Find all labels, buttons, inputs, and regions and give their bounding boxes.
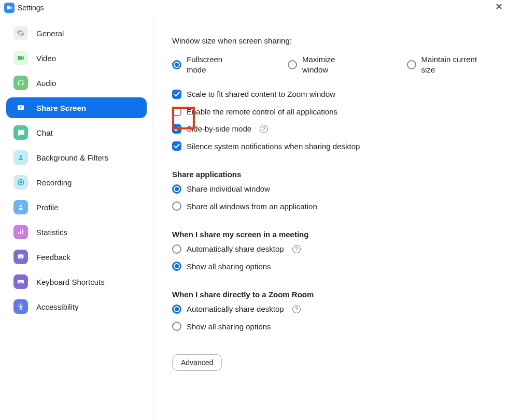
option-maximize-window[interactable]: Maximize window	[288, 54, 360, 75]
recording-icon	[13, 175, 28, 190]
sidebar-item-label: Recording	[36, 178, 72, 187]
option-share-individual-window[interactable]: Share individual window	[172, 184, 489, 194]
svg-rect-13	[20, 281, 20, 282]
option-maintain-current-size[interactable]: Maintain current size	[407, 54, 489, 75]
sidebar-item-label: Feedback	[36, 253, 70, 262]
sidebar-item-chat[interactable]: Chat	[6, 122, 147, 143]
option-label: Automatically share desktop	[187, 304, 284, 314]
checkbox-icon	[172, 90, 181, 99]
sidebar-item-accessibility[interactable]: Accessibility	[6, 296, 147, 317]
option-label: Show all sharing options	[187, 262, 271, 272]
close-button[interactable]: ✕	[495, 2, 503, 11]
titlebar: Settings ✕	[0, 0, 508, 16]
option-auto-share-desktop-zoomroom[interactable]: Automatically share desktop ?	[172, 304, 489, 314]
option-label: Show all sharing options	[187, 322, 271, 332]
sidebar-item-recording[interactable]: Recording	[6, 172, 147, 193]
sidebar-item-profile[interactable]: Profile	[6, 197, 147, 218]
option-label: Enable the remote control of all applica…	[187, 107, 337, 117]
checkbox-icon	[172, 141, 181, 151]
option-label: Maintain current size	[421, 54, 489, 75]
share-in-meeting-options: Automatically share desktop ? Show all s…	[172, 244, 489, 271]
window-size-heading: Window size when screen sharing:	[172, 36, 489, 45]
headphones-icon	[13, 76, 28, 90]
gear-icon	[13, 26, 28, 40]
svg-point-17	[20, 303, 22, 305]
sidebar-item-label: Audio	[36, 79, 56, 88]
option-show-all-sharing-zoomroom[interactable]: Show all sharing options	[172, 322, 489, 332]
svg-rect-11	[18, 280, 24, 284]
sidebar: General Video Audio Share Screen Chat	[0, 16, 153, 420]
share-zoom-room-heading: When I share directly to a Zoom Room	[172, 290, 489, 299]
window-size-options: Fullscreen mode Maximize window Maintain…	[172, 54, 489, 75]
option-label: Maximize window	[302, 54, 360, 75]
share-in-meeting-heading: When I share my screen in a meeting	[172, 230, 489, 239]
svg-point-10	[21, 256, 22, 257]
sidebar-item-statistics[interactable]: Statistics	[6, 222, 147, 242]
option-scale-to-fit[interactable]: Scale to fit shared content to Zoom wind…	[172, 89, 489, 99]
radio-icon	[172, 322, 181, 331]
sidebar-item-share-screen[interactable]: Share Screen	[6, 97, 147, 118]
help-icon[interactable]: ?	[292, 305, 301, 313]
option-label: Silence system notifications when sharin…	[187, 141, 360, 152]
profile-icon	[13, 200, 28, 214]
radio-icon	[172, 262, 181, 271]
sidebar-item-audio[interactable]: Audio	[6, 73, 147, 93]
checkbox-group: Scale to fit shared content to Zoom wind…	[172, 89, 489, 151]
zoom-app-icon	[4, 3, 15, 13]
share-zoom-room-options: Automatically share desktop ? Show all s…	[172, 304, 489, 331]
window-title: Settings	[18, 4, 44, 12]
accessibility-icon	[13, 299, 28, 314]
sidebar-item-keyboard-shortcuts[interactable]: Keyboard Shortcuts	[6, 271, 147, 292]
option-fullscreen-mode[interactable]: Fullscreen mode	[172, 54, 241, 75]
option-auto-share-desktop-meeting[interactable]: Automatically share desktop ?	[172, 244, 489, 254]
sidebar-item-label: Accessibility	[36, 302, 79, 311]
statistics-icon	[13, 225, 28, 239]
help-icon[interactable]: ?	[292, 245, 301, 253]
keyboard-icon	[13, 274, 28, 289]
radio-icon	[172, 184, 181, 194]
chat-icon	[13, 125, 28, 140]
help-icon[interactable]: ?	[260, 125, 268, 133]
advanced-button[interactable]: Advanced	[172, 354, 222, 371]
sidebar-item-video[interactable]: Video	[6, 48, 147, 68]
sidebar-item-label: Keyboard Shortcuts	[36, 278, 105, 286]
svg-point-9	[19, 256, 20, 257]
checkbox-icon	[172, 107, 181, 116]
sidebar-item-label: Background & Filters	[36, 153, 108, 162]
option-silence-notifications[interactable]: Silence system notifications when sharin…	[172, 141, 489, 152]
sidebar-item-label: Share Screen	[36, 104, 86, 112]
option-label: Scale to fit shared content to Zoom wind…	[187, 89, 335, 99]
sidebar-item-label: Statistics	[36, 228, 67, 237]
svg-rect-16	[19, 282, 22, 283]
svg-rect-5	[18, 232, 19, 234]
main-content: Window size when screen sharing: Fullscr…	[153, 16, 508, 420]
option-label: Share all windows from an application	[187, 201, 317, 212]
option-share-all-windows[interactable]: Share all windows from an application	[172, 201, 489, 212]
option-label: Automatically share desktop	[187, 244, 284, 254]
share-applications-options: Share individual window Share all window…	[172, 184, 489, 211]
share-applications-heading: Share applications	[172, 170, 489, 179]
sidebar-item-label: Chat	[36, 128, 53, 137]
option-enable-remote-control[interactable]: Enable the remote control of all applica…	[172, 107, 489, 117]
svg-rect-8	[18, 254, 24, 258]
radio-icon	[172, 60, 181, 69]
svg-rect-7	[22, 229, 23, 234]
video-icon	[13, 51, 28, 65]
sidebar-item-label: Video	[36, 54, 56, 63]
option-show-all-sharing-meeting[interactable]: Show all sharing options	[172, 262, 489, 272]
option-side-by-side-mode[interactable]: Side-by-side mode ?	[172, 124, 489, 134]
radio-icon	[172, 244, 181, 254]
option-label: Side-by-side mode	[187, 124, 251, 134]
share-screen-icon	[13, 100, 28, 115]
radio-icon	[407, 60, 416, 69]
svg-rect-14	[21, 281, 21, 282]
feedback-icon	[13, 250, 28, 264]
sidebar-item-general[interactable]: General	[6, 23, 147, 44]
svg-point-4	[20, 205, 22, 207]
radio-icon	[172, 201, 181, 211]
sidebar-item-feedback[interactable]: Feedback	[6, 247, 147, 267]
radio-icon	[172, 305, 181, 314]
option-label: Fullscreen mode	[187, 54, 241, 75]
sidebar-item-background-filters[interactable]: Background & Filters	[6, 147, 147, 168]
checkbox-icon	[172, 124, 181, 134]
